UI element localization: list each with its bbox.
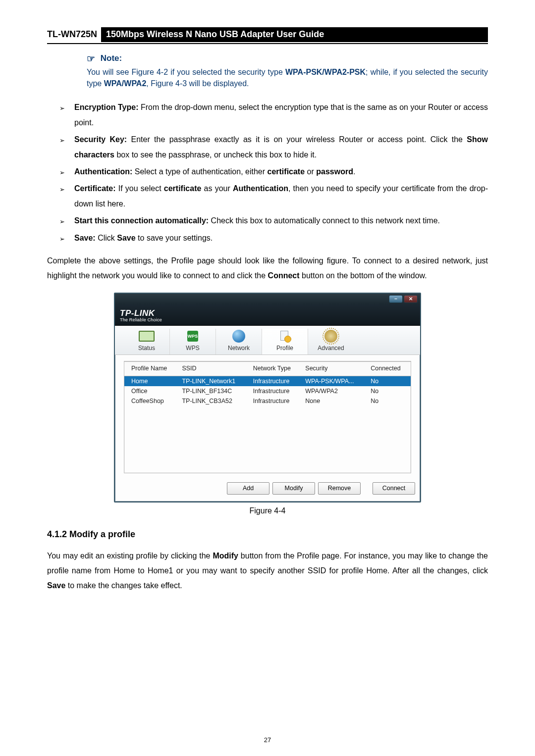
list-item: Save: Click Save to save your settings. [59,231,488,246]
table-cell: Office [124,386,179,396]
bullet-text: Select a type of authentication, either [132,167,267,176]
remove-button[interactable]: Remove [318,482,361,495]
gear-icon [322,329,339,344]
connect-button[interactable]: Connect [373,482,415,495]
list-item: Certificate: If you select certificate a… [59,181,488,211]
window-titlebar: – ✕ [115,294,420,304]
col-ssid[interactable]: SSID [179,361,250,376]
window-close-button[interactable]: ✕ [404,296,417,302]
profile-table: Profile Name SSID Network Type Security … [124,361,411,473]
table-row[interactable]: HomeTP-LINK_Network1InfrastructureWPA-PS… [124,376,411,386]
bullet-text: If you select [116,184,164,193]
tab-profile[interactable]: Profile [262,329,308,354]
para-text: You may edit an existing profile by clic… [47,552,213,560]
table-row[interactable]: OfficeTP-LINK_BF134CInfrastructureWPA/WP… [124,386,411,396]
para-bold: Save [47,581,65,590]
bullet-text: . [353,167,355,176]
note-body: You will see Figure 4-2 if you selected … [87,66,488,89]
bullet-list: Encryption Type: From the drop-down menu… [47,100,488,246]
para-bold: Connect [268,271,300,280]
table-cell: TP-LINK_CB3A52 [179,396,250,406]
table-cell: WPA-PSK/WPA... [302,376,368,386]
bullet-bold: Authentication [233,184,288,193]
list-item: Encryption Type: From the drop-down menu… [59,100,488,130]
col-network-type[interactable]: Network Type [250,361,303,376]
bullet-label: Start this connection automatically: [74,216,209,225]
minimize-icon: – [394,296,397,302]
brand-bar: TP-LINK The Reliable Choice [115,304,420,326]
doc-title: 150Mbps Wireless N Nano USB Adapter User… [101,27,488,42]
brand-subtext: The Reliable Choice [120,317,420,322]
tab-status[interactable]: Status [124,329,170,354]
table-cell: WPA/WPA2 [302,386,368,396]
modify-button[interactable]: Modify [272,482,315,495]
window-minimize-button[interactable]: – [389,296,402,302]
utility-body: Profile Name SSID Network Type Security … [115,355,420,477]
bullet-bold: certificate [268,167,305,176]
section-heading: 4.1.2 Modify a profile [47,529,488,540]
utility-button-bar: Add Modify Remove Connect [115,477,420,502]
table-cell: No [368,386,411,396]
modify-paragraph: You may edit an existing profile by clic… [47,549,488,594]
tab-bar: Status WPS WPS Network Profile Advanced [115,326,420,355]
bullet-bold: certificate [164,184,202,193]
doc-model: TL-WN725N [47,28,101,42]
globe-icon [230,329,247,344]
tab-label: Network [216,345,262,352]
bullet-text: box to see the passphrase, or uncheck th… [114,151,317,159]
col-connected[interactable]: Connected [368,361,411,376]
bullet-text: Check this box to automatically connect … [209,216,440,225]
table-cell: Infrastructure [250,396,303,406]
status-icon [138,329,155,344]
note-heading: ☞ Note: [87,53,488,64]
bullet-label: Encryption Type: [74,103,139,111]
bullet-label: Certificate: [74,184,116,193]
tab-label: Status [124,345,169,352]
bullet-bold: Save [117,234,135,242]
table-cell: Infrastructure [250,376,303,386]
note-block: ☞ Note: You will see Figure 4-2 if you s… [87,53,488,89]
table-cell: TP-LINK_Network1 [179,376,250,386]
table-cell: Home [124,376,179,386]
table-cell: None [302,396,368,406]
table-cell: CoffeeShop [124,396,179,406]
wps-icon: WPS [184,329,201,344]
bullet-text: Enter the passphrase exactly as it is on… [127,135,467,144]
note-text: , Figure 4-3 will be displayed. [146,79,249,88]
utility-window: – ✕ TP-LINK The Reliable Choice Status W… [114,293,421,503]
note-label: Note: [101,53,122,63]
doc-header: TL-WN725N 150Mbps Wireless N Nano USB Ad… [47,27,488,44]
bullet-label: Authentication: [74,167,132,176]
tab-advanced[interactable]: Advanced [308,329,354,354]
bullet-text: as your [201,184,233,193]
note-bold: WPA/WPA2 [104,79,147,88]
para-text: to make the changes take effect. [65,581,182,590]
para-bold: Modify [213,552,238,560]
list-item: Security Key: Enter the passphrase exact… [59,132,488,162]
add-button[interactable]: Add [227,482,269,495]
table-cell: Infrastructure [250,386,303,396]
table-row[interactable]: CoffeeShopTP-LINK_CB3A52InfrastructureNo… [124,396,411,406]
brand-text: TP-LINK [120,308,155,318]
bullet-text: to save your settings. [136,234,213,242]
col-security[interactable]: Security [302,361,368,376]
tab-label: WPS [170,345,215,352]
list-item: Authentication: Select a type of authent… [59,164,488,179]
tab-wps[interactable]: WPS WPS [170,329,216,354]
profile-icon [276,329,293,344]
figure-caption: Figure 4-4 [47,506,488,515]
para-text: button on the bottom of the window. [300,271,427,280]
bullet-text: Click [96,234,117,242]
note-text: You will see Figure 4-2 if you selected … [87,68,285,76]
table-cell: No [368,396,411,406]
tab-network[interactable]: Network [216,329,262,354]
intro-paragraph: Complete the above settings, the Profile… [47,253,488,284]
table-cell: No [368,376,411,386]
col-profile-name[interactable]: Profile Name [124,361,179,376]
bullet-bold: password [316,167,353,176]
table-cell: TP-LINK_BF134C [179,386,250,396]
tab-label: Profile [262,345,308,352]
bullet-text: or [305,167,316,176]
bullet-label: Save: [74,234,96,242]
list-item: Start this connection automatically: Che… [59,213,488,228]
